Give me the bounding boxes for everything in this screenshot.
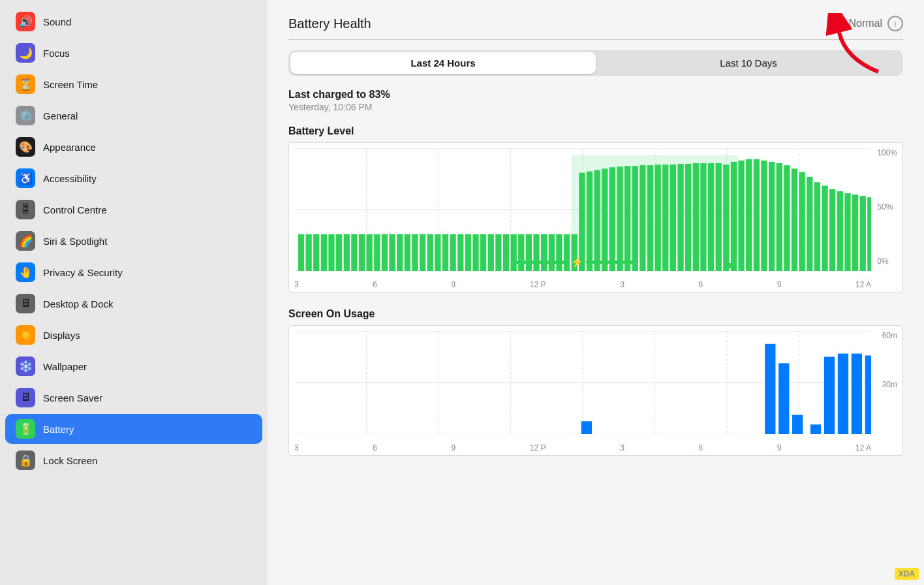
svg-rect-24 [389, 234, 395, 271]
battery-level-section: Battery Level [288, 125, 903, 292]
battery-health-title: Battery Health [288, 16, 371, 31]
sidebar-label-privacy-security: Privacy & Security [43, 267, 123, 278]
sidebar-label-siri-spotlight: Siri & Spotlight [43, 236, 107, 247]
svg-rect-68 [723, 165, 729, 271]
svg-rect-84 [844, 193, 850, 271]
svg-rect-86 [860, 196, 866, 271]
sidebar-item-wallpaper[interactable]: ❄️Wallpaper [5, 351, 262, 381]
charging-indicator: ⚡ [516, 256, 638, 268]
sidebar-label-accessibility: Accessibility [43, 173, 97, 184]
svg-rect-63 [685, 164, 691, 271]
tab-row: Last 24 HoursLast 10 Days [288, 50, 903, 76]
svg-rect-56 [632, 166, 638, 271]
displays-icon: ☀️ [16, 325, 35, 345]
svg-rect-106 [865, 356, 871, 434]
svg-rect-34 [465, 234, 471, 271]
tab-last-24-hours[interactable]: Last 24 Hours [290, 52, 596, 74]
focus-icon: 🌙 [16, 43, 35, 63]
sidebar-item-privacy-security[interactable]: 🤚Privacy & Security [5, 257, 262, 287]
svg-rect-67 [716, 163, 722, 271]
svg-rect-75 [777, 163, 782, 271]
sidebar-item-desktop-dock[interactable]: 🖥Desktop & Dock [5, 289, 262, 319]
svg-rect-102 [810, 424, 821, 434]
svg-rect-70 [738, 161, 744, 271]
sidebar-label-battery: Battery [43, 424, 74, 435]
svg-rect-22 [374, 234, 380, 271]
svg-rect-28 [420, 234, 425, 271]
battery-icon: 🔋 [16, 419, 35, 439]
svg-rect-13 [305, 234, 311, 271]
sidebar-label-appearance: Appearance [43, 142, 96, 153]
battery-level-chart: ⚡ 100% 50% 0% 3 6 9 12 P 3 6 9 12 A [288, 142, 903, 292]
screen-saver-icon: 🖥 [16, 388, 35, 407]
sidebar-label-wallpaper: Wallpaper [43, 361, 87, 372]
sidebar-label-desktop-dock: Desktop & Dock [43, 298, 114, 309]
sidebar-label-displays: Displays [43, 330, 80, 341]
svg-rect-100 [778, 363, 789, 434]
svg-rect-98 [581, 421, 592, 434]
sidebar-label-lock-screen: Lock Screen [43, 455, 97, 466]
svg-rect-14 [313, 234, 319, 271]
svg-rect-77 [792, 168, 797, 271]
sidebar-label-focus: Focus [43, 48, 70, 59]
battery-health-row: Battery Health Normal i [288, 16, 903, 40]
sidebar-item-screen-time[interactable]: ⏳Screen Time [5, 69, 262, 99]
sidebar-item-appearance[interactable]: 🎨Appearance [5, 132, 262, 162]
sidebar-item-siri-spotlight[interactable]: 🌈Siri & Spotlight [5, 226, 262, 256]
svg-rect-30 [435, 234, 440, 271]
svg-rect-104 [838, 354, 848, 434]
xda-watermark: XDA [895, 568, 919, 580]
svg-rect-19 [351, 234, 357, 271]
svg-rect-85 [852, 195, 858, 271]
svg-rect-78 [799, 172, 805, 271]
screen-usage-title: Screen On Usage [288, 308, 903, 320]
sidebar-item-lock-screen[interactable]: 🔒Lock Screen [5, 445, 262, 475]
svg-rect-73 [761, 161, 767, 271]
svg-rect-80 [814, 182, 820, 271]
sidebar-label-control-centre: Control Centre [43, 204, 107, 215]
svg-rect-31 [442, 234, 448, 271]
svg-rect-57 [639, 165, 645, 271]
sidebar-item-control-centre[interactable]: 🎛Control Centre [5, 195, 262, 225]
svg-rect-58 [647, 165, 653, 271]
svg-rect-23 [382, 234, 388, 271]
svg-rect-79 [807, 177, 812, 271]
screen-time-icon: ⏳ [16, 74, 35, 94]
sidebar-item-battery[interactable]: 🔋Battery [5, 414, 262, 444]
sidebar-item-screen-saver[interactable]: 🖥Screen Saver [5, 383, 262, 413]
svg-rect-35 [472, 234, 478, 271]
svg-rect-82 [829, 189, 835, 271]
charging-bar-right [586, 261, 638, 264]
svg-rect-69 [731, 162, 737, 271]
svg-rect-26 [405, 234, 410, 271]
svg-rect-38 [495, 234, 501, 271]
svg-rect-72 [754, 159, 760, 271]
charging-dot [727, 263, 732, 268]
battery-chart-area: ⚡ [294, 148, 871, 271]
svg-rect-17 [336, 234, 342, 271]
sidebar-item-focus[interactable]: 🌙Focus [5, 38, 262, 68]
svg-rect-83 [837, 191, 843, 271]
svg-rect-105 [852, 354, 862, 434]
sidebar-item-sound[interactable]: 🔊Sound [5, 7, 262, 37]
screen-usage-chart: 60m 30m 3 6 9 12 P 3 6 9 12 A [288, 325, 903, 456]
svg-rect-20 [359, 234, 365, 271]
sidebar-item-general[interactable]: ⚙️General [5, 101, 262, 131]
info-button[interactable]: i [887, 16, 903, 31]
charge-percent: Last charged to 83% [288, 89, 903, 101]
svg-rect-101 [792, 415, 803, 434]
svg-rect-59 [655, 165, 661, 271]
lock-screen-icon: 🔒 [16, 451, 35, 470]
sound-icon: 🔊 [16, 12, 35, 31]
sidebar-item-displays[interactable]: ☀️Displays [5, 320, 262, 350]
tab-last-10-days[interactable]: Last 10 Days [596, 52, 901, 74]
svg-rect-76 [784, 165, 790, 271]
sidebar-item-accessibility[interactable]: ♿Accessibility [5, 163, 262, 193]
svg-rect-62 [677, 164, 683, 271]
svg-rect-33 [457, 234, 463, 271]
svg-rect-29 [427, 234, 433, 271]
sidebar: 🔊Sound🌙Focus⏳Screen Time⚙️General🎨Appear… [0, 0, 268, 585]
battery-health-status: Normal [848, 18, 882, 29]
battery-level-title: Battery Level [288, 125, 903, 137]
svg-rect-18 [344, 234, 350, 271]
